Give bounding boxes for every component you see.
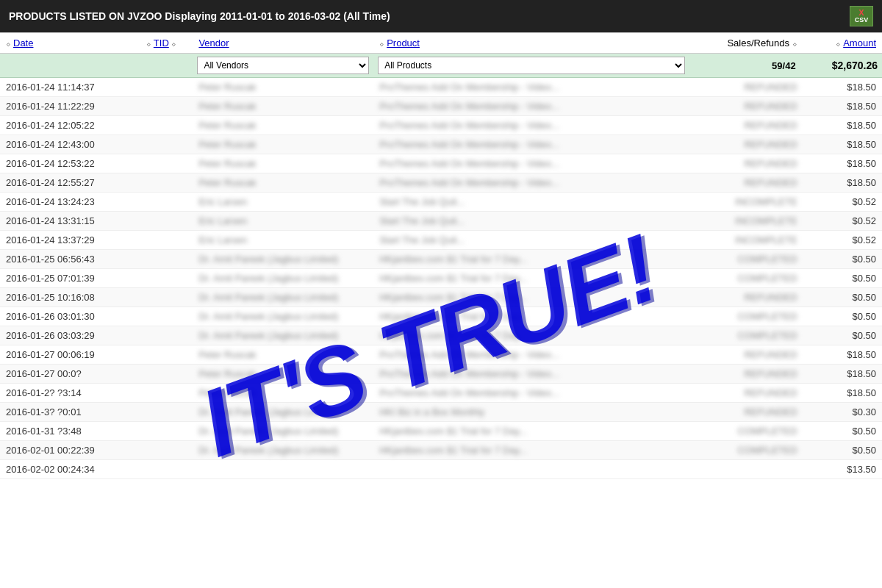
vendor-sort-link[interactable]: Vendor xyxy=(198,37,229,49)
cell-status: REFUNDED xyxy=(689,403,803,422)
cell-amount: $18.50 xyxy=(803,345,882,365)
table-row: 2016-01-25 07:01:39 Dr. Amit Pareek (Jag… xyxy=(0,269,882,288)
cell-product: ProThemes Add On Membership - Video... xyxy=(373,116,689,135)
cell-product xyxy=(373,460,689,479)
th-vendor[interactable]: Vendor xyxy=(193,33,373,54)
cell-amount: $18.50 xyxy=(803,154,882,173)
product-sort-link[interactable]: Product xyxy=(387,37,420,49)
filter-total-cell: $2,670.26 xyxy=(803,54,882,78)
cell-tid xyxy=(140,326,193,345)
table-row: 2016-01-24 12:53:22 Peter Ruscak ProThem… xyxy=(0,154,882,173)
table-row: 2016-01-25 06:56:43 Dr. Amit Pareek (Jag… xyxy=(0,250,882,269)
cell-date: 2016-01-24 13:24:23 xyxy=(0,193,140,212)
cell-amount: $18.50 xyxy=(803,365,882,384)
total-amount: $2,670.26 xyxy=(832,60,878,71)
cell-status xyxy=(689,460,803,479)
table-header-row: ⬦ Date ⬦ TID ⬦ Vendor ⬦ Product xyxy=(0,33,882,54)
cell-vendor: Dr. Amit Pareek (Jagbus Limited) xyxy=(193,441,373,460)
cell-vendor: Dr. Amit Pareek (Jagbus Limited) xyxy=(193,403,373,422)
cell-status: COMPLETED xyxy=(689,441,803,460)
cell-product: ProThemes Add On Membership - Video... xyxy=(373,97,689,116)
th-product[interactable]: ⬦ Product xyxy=(373,33,689,54)
product-filter-select[interactable]: All Products xyxy=(378,57,684,74)
cell-tid xyxy=(140,384,193,403)
table-row: 2016-02-02 00:24:34 $13.50 xyxy=(0,460,882,479)
cell-status: REFUNDED xyxy=(689,365,803,384)
table-row: 2016-01-27 00:0? Peter Ruscak ProThemes … xyxy=(0,365,882,384)
filter-vendor-cell[interactable]: All Vendors xyxy=(193,54,373,78)
cell-status: COMPLETED xyxy=(689,307,803,326)
amount-sort-link[interactable]: Amount xyxy=(843,37,876,49)
cell-amount: $18.50 xyxy=(803,97,882,116)
table-row: 2016-01-24 12:43:00 Peter Ruscak ProThem… xyxy=(0,135,882,154)
cell-product: HKjantbex.com $1 Trial for 7 Day... xyxy=(373,269,689,288)
cell-status: REFUNDED xyxy=(689,173,803,193)
date-sort-link[interactable]: Date xyxy=(13,37,33,49)
cell-product: Start The Job Quit... xyxy=(373,193,689,212)
cell-vendor: Peter Ruscak xyxy=(193,345,373,365)
tid-sort-link[interactable]: TID xyxy=(154,37,169,49)
cell-product: HKjantbex.com $1 Trial for 7 Day... xyxy=(373,288,689,307)
table-row: 2016-01-27 00:06:19 Peter Ruscak ProThem… xyxy=(0,345,882,365)
cell-date: 2016-01-26 03:01:30 xyxy=(0,307,140,326)
th-date[interactable]: ⬦ Date xyxy=(0,33,140,54)
cell-vendor: Dr. Amit Pareek (Jagbus Limited) xyxy=(193,250,373,269)
filter-product-cell[interactable]: All Products xyxy=(373,54,689,78)
cell-product: Start The Job Quit... xyxy=(373,231,689,250)
th-tid[interactable]: ⬦ TID ⬦ xyxy=(140,33,193,54)
table-body: 2016-01-24 11:14:37 Peter Ruscak ProThem… xyxy=(0,78,882,479)
cell-product: ProThemes Add On Membership - Video... xyxy=(373,135,689,154)
cell-status: REFUNDED xyxy=(689,384,803,403)
cell-amount: $0.52 xyxy=(803,231,882,250)
cell-amount: $0.30 xyxy=(803,403,882,422)
cell-date: 2016-01-25 10:16:08 xyxy=(0,288,140,307)
csv-icon-label: CSV xyxy=(855,17,869,24)
cell-vendor: Peter Ruscak xyxy=(193,116,373,135)
cell-date: 2016-01-25 07:01:39 xyxy=(0,269,140,288)
filter-tid-cell xyxy=(140,54,193,78)
cell-amount: $0.50 xyxy=(803,250,882,269)
table-row: 2016-01-24 13:24:23 Eric Larsen Start Th… xyxy=(0,193,882,212)
cell-product: HKjantbex.com $1 Trial for 7 Day... xyxy=(373,326,689,345)
cell-date: 2016-01-25 06:56:43 xyxy=(0,250,140,269)
filter-date-cell xyxy=(0,54,140,78)
table-row: 2016-01-24 12:05:22 Peter Ruscak ProThem… xyxy=(0,116,882,135)
vendor-filter-select[interactable]: All Vendors xyxy=(197,57,369,74)
cell-vendor: Peter Ruscak xyxy=(193,97,373,116)
cell-vendor xyxy=(193,460,373,479)
cell-tid xyxy=(140,403,193,422)
cell-amount: $13.50 xyxy=(803,460,882,479)
cell-tid xyxy=(140,135,193,154)
products-table: ⬦ Date ⬦ TID ⬦ Vendor ⬦ Product xyxy=(0,32,882,479)
sort-arrow-sales: ⬦ xyxy=(792,39,797,48)
cell-status: COMPLETED xyxy=(689,269,803,288)
cell-tid xyxy=(140,116,193,135)
cell-amount: $0.52 xyxy=(803,193,882,212)
cell-product: ProThemes Add On Membership - Video... xyxy=(373,384,689,403)
cell-product: HKI Biz in a Box Monthly xyxy=(373,403,689,422)
table-row: 2016-01-24 13:31:15 Eric Larsen Start Th… xyxy=(0,212,882,231)
cell-vendor: Eric Larsen xyxy=(193,212,373,231)
header-title: PRODUCTS LISTED ON JVZOO Displaying 2011… xyxy=(9,10,850,22)
cell-amount: $0.52 xyxy=(803,212,882,231)
sort-arrow-amount: ⬦ xyxy=(836,39,841,48)
cell-amount: $0.50 xyxy=(803,307,882,326)
cell-tid xyxy=(140,288,193,307)
cell-amount: $0.50 xyxy=(803,441,882,460)
cell-vendor: Dr. Amit Pareek (Jagbus Limited) xyxy=(193,288,373,307)
cell-vendor: Peter Ruscak xyxy=(193,135,373,154)
th-sales-refunds: Sales/Refunds ⬦ xyxy=(689,33,803,54)
cell-product: HKjantbex.com $1 Trial for 7 Day... xyxy=(373,441,689,460)
csv-export-button[interactable]: X CSV xyxy=(850,6,873,26)
cell-status: REFUNDED xyxy=(689,78,803,97)
cell-tid xyxy=(140,97,193,116)
th-amount[interactable]: ⬦ Amount xyxy=(803,33,882,54)
cell-product: HKjantbex.com $1 Trial for 7 Day... xyxy=(373,250,689,269)
sort-arrow-tid2: ⬦ xyxy=(171,39,176,48)
cell-vendor: Eric Larsen xyxy=(193,231,373,250)
sales-refunds-label: Sales/Refunds xyxy=(727,37,789,49)
cell-status: REFUNDED xyxy=(689,97,803,116)
page-header: PRODUCTS LISTED ON JVZOO Displaying 2011… xyxy=(0,0,882,32)
cell-amount: $18.50 xyxy=(803,78,882,97)
cell-amount: $18.50 xyxy=(803,116,882,135)
